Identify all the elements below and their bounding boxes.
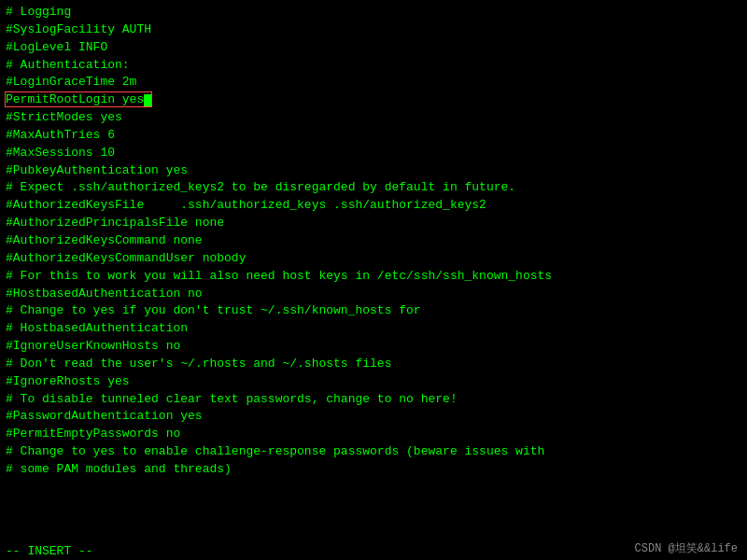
watermark: CSDN @坦笑&&life (635, 540, 738, 556)
terminal-line: #IgnoreRhosts yes (6, 373, 741, 391)
terminal-line: # some PAM modules and threads) (6, 461, 741, 479)
terminal-line: # To disable tunneled clear text passwor… (6, 391, 741, 409)
terminal-line: #AuthorizedKeysFile .ssh/authorized_keys… (6, 197, 741, 215)
terminal-line: #StrictModes yes (6, 109, 741, 127)
terminal-line: #PermitEmptyPasswords no (6, 426, 741, 443)
text-cursor (144, 94, 151, 106)
terminal-line: #SyslogFacility AUTH (6, 21, 741, 39)
terminal-line: # Don't read the user's ~/.rhosts and ~/… (6, 356, 741, 373)
terminal-line: # Change to yes to enable challenge-resp… (6, 443, 741, 461)
terminal-line: #AuthorizedKeysCommand none (6, 232, 741, 250)
highlighted-text: PermitRootLogin yes (6, 92, 151, 106)
terminal-line: # Authentication: (6, 57, 741, 75)
terminal-line: #IgnoreUserKnownHosts no (6, 338, 741, 356)
terminal-line: # HostbasedAuthentication (6, 320, 741, 338)
terminal-line: # For this to work you will also need ho… (6, 268, 741, 286)
terminal-line: #MaxSessions 10 (6, 145, 741, 162)
terminal-line: #LoginGraceTime 2m (6, 74, 741, 91)
insert-mode-indicator: -- INSERT -- (6, 544, 93, 558)
terminal-line: #LogLevel INFO (6, 39, 741, 57)
terminal-line: #AuthorizedKeysCommandUser nobody (6, 250, 741, 268)
terminal-line: #PasswordAuthentication yes (6, 408, 741, 426)
terminal-line: #PubkeyAuthentication yes (6, 162, 741, 180)
terminal-line: # Logging (6, 4, 741, 21)
terminal-line: #AuthorizedPrincipalsFile none (6, 215, 741, 232)
terminal-line: #MaxAuthTries 6 (6, 127, 741, 145)
terminal-window: # Logging#SyslogFacility AUTH#LogLevel I… (0, 0, 747, 560)
terminal-line: PermitRootLogin yes (6, 91, 741, 109)
terminal-line: #HostbasedAuthentication no (6, 286, 741, 303)
text-content: # Logging#SyslogFacility AUTH#LogLevel I… (6, 4, 741, 479)
terminal-line: # Change to yes if you don't trust ~/.ss… (6, 302, 741, 320)
terminal-line: # Expect .ssh/authorized_keys2 to be dis… (6, 179, 741, 197)
